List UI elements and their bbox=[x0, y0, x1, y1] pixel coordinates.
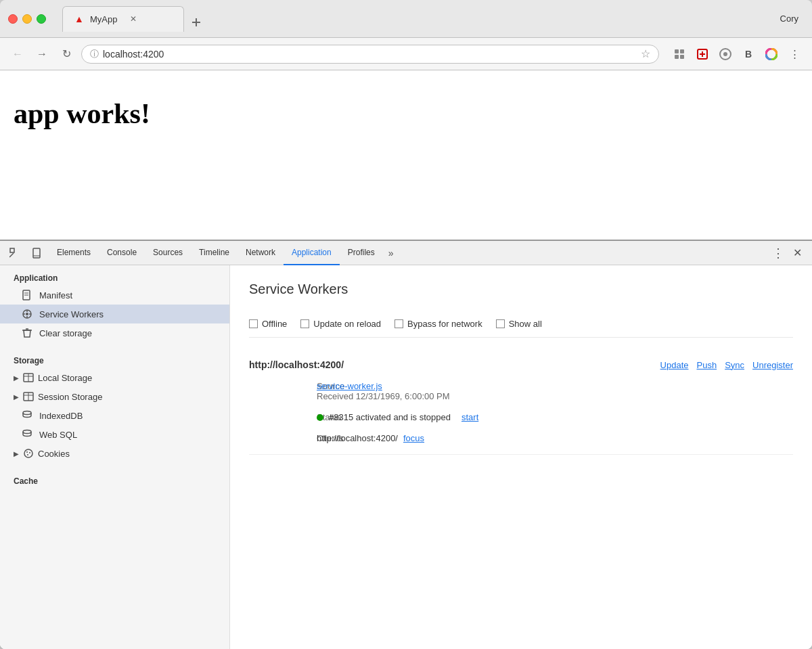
svg-rect-4 bbox=[675, 55, 679, 59]
address-bar[interactable]: ⓘ localhost:4200 ☆ bbox=[81, 45, 659, 64]
offline-checkbox-box[interactable] bbox=[249, 319, 258, 328]
devtools-tab-bar: Elements Console Sources Timeline Networ… bbox=[0, 241, 812, 265]
show-all-checkbox[interactable]: Show all bbox=[496, 319, 542, 329]
sw-source-row: Source service-worker.js Received 12/31/… bbox=[249, 378, 793, 404]
tab-sources[interactable]: Sources bbox=[145, 241, 191, 265]
tab-profiles[interactable]: Profiles bbox=[340, 241, 383, 265]
bypass-for-network-checkbox[interactable]: Bypass for network bbox=[394, 319, 482, 329]
checkbox-row: Offline Update on reload Bypass for netw… bbox=[249, 311, 793, 338]
local-storage-expand-icon: ▶ bbox=[14, 374, 19, 382]
sw-url: http://localhost:4200/ bbox=[249, 359, 344, 370]
more-menu-icon[interactable]: ⋮ bbox=[785, 45, 804, 64]
tab-favicon-icon: ▲ bbox=[74, 14, 85, 24]
sw-push-link[interactable]: Push bbox=[696, 360, 717, 370]
show-all-label: Show all bbox=[509, 319, 542, 329]
devtools-sidebar: Application Manifest Service Workers bbox=[0, 265, 230, 649]
bypass-for-network-checkbox-box[interactable] bbox=[394, 319, 403, 328]
sw-update-link[interactable]: Update bbox=[660, 360, 689, 370]
chrome-icon[interactable] bbox=[716, 45, 735, 64]
tab-application[interactable]: Application bbox=[284, 241, 340, 265]
reload-button[interactable]: ↻ bbox=[57, 45, 76, 64]
sidebar-item-local-storage[interactable]: ▶ Local Storage bbox=[0, 368, 229, 387]
tab-bar: ▲ MyApp ✕ bbox=[62, 6, 769, 32]
bookmark-star-icon[interactable]: ☆ bbox=[641, 47, 650, 60]
tabs-overflow-button[interactable]: » bbox=[383, 248, 399, 259]
tab-elements[interactable]: Elements bbox=[49, 241, 99, 265]
svg-rect-5 bbox=[680, 55, 684, 59]
tab-close-button[interactable]: ✕ bbox=[128, 14, 139, 24]
sw-status-value: #8315 activated and is stopped start bbox=[317, 412, 478, 422]
sw-source-received: Received 12/31/1969, 6:00:00 PM bbox=[317, 391, 450, 401]
web-sql-icon bbox=[22, 429, 32, 440]
offline-checkbox[interactable]: Offline bbox=[249, 319, 287, 329]
secure-icon: ⓘ bbox=[90, 48, 99, 60]
clear-storage-label: Clear storage bbox=[39, 328, 92, 338]
manifest-label: Manifest bbox=[39, 290, 72, 300]
sw-status-row: Status #8315 activated and is stopped st… bbox=[249, 409, 793, 425]
sw-clients-row: Clients http://localhost:4200/ focus bbox=[249, 430, 793, 446]
svg-rect-2 bbox=[675, 49, 679, 53]
maximize-button[interactable] bbox=[37, 14, 46, 24]
color-wheel-icon[interactable] bbox=[762, 45, 781, 64]
cookies-label: Cookies bbox=[38, 449, 70, 459]
sw-status-text: #8315 activated and is stopped bbox=[329, 412, 451, 422]
browser-tab[interactable]: ▲ MyApp ✕ bbox=[62, 6, 184, 32]
svg-point-35 bbox=[24, 449, 32, 457]
sidebar-item-session-storage[interactable]: ▶ Session Storage bbox=[0, 387, 229, 406]
title-bar: ▲ MyApp ✕ Cory bbox=[0, 0, 812, 38]
update-on-reload-checkbox-box[interactable] bbox=[300, 319, 309, 328]
status-label: Status bbox=[249, 412, 317, 422]
sidebar-section-storage: Storage bbox=[0, 348, 229, 368]
devtools-mobile-icon[interactable] bbox=[27, 244, 46, 263]
sidebar-item-manifest[interactable]: Manifest bbox=[0, 286, 229, 305]
svg-point-36 bbox=[26, 451, 28, 453]
service-workers-label: Service Workers bbox=[39, 309, 104, 319]
tab-title: MyApp bbox=[90, 14, 117, 24]
close-button[interactable] bbox=[8, 14, 18, 24]
forward-button[interactable]: → bbox=[32, 45, 51, 64]
sidebar-item-cookies[interactable]: ▶ Cookies bbox=[0, 444, 229, 463]
plus-icon[interactable] bbox=[693, 45, 712, 64]
svg-point-10 bbox=[723, 52, 727, 56]
svg-point-33 bbox=[23, 411, 31, 415]
tab-console[interactable]: Console bbox=[99, 241, 145, 265]
new-tab-button[interactable] bbox=[187, 13, 206, 32]
sw-focus-link[interactable]: focus bbox=[403, 433, 424, 443]
sidebar-item-web-sql[interactable]: Web SQL bbox=[0, 425, 229, 444]
sw-source-file-link[interactable]: service-worker.js bbox=[317, 381, 382, 391]
cookies-expand-icon: ▶ bbox=[14, 450, 19, 457]
status-dot-icon bbox=[317, 414, 323, 421]
clients-label: Clients bbox=[249, 433, 317, 443]
sidebar-item-service-workers[interactable]: Service Workers bbox=[0, 305, 229, 323]
minimize-button[interactable] bbox=[22, 14, 32, 24]
indexeddb-icon bbox=[22, 410, 32, 421]
sw-start-link[interactable]: start bbox=[461, 412, 478, 422]
sidebar-item-indexeddb[interactable]: IndexedDB bbox=[0, 406, 229, 425]
devtools-close-button[interactable]: ✕ bbox=[788, 244, 807, 263]
sidebar-item-clear-storage[interactable]: Clear storage bbox=[0, 323, 229, 342]
browser-window: ▲ MyApp ✕ Cory ← → ↻ ⓘ localhost:4200 ☆ bbox=[0, 0, 812, 649]
session-storage-icon bbox=[23, 391, 34, 402]
sw-unregister-link[interactable]: Unregister bbox=[752, 360, 793, 370]
tab-timeline[interactable]: Timeline bbox=[191, 241, 238, 265]
page-area: app works! Elements bbox=[0, 70, 812, 649]
source-label: Source bbox=[249, 381, 317, 391]
back-button[interactable]: ← bbox=[8, 45, 27, 64]
extensions-icon[interactable] bbox=[670, 45, 689, 64]
tab-network[interactable]: Network bbox=[238, 241, 284, 265]
sw-clients-value: http://localhost:4200/ focus bbox=[317, 433, 424, 443]
svg-point-20 bbox=[26, 313, 28, 315]
show-all-checkbox-box[interactable] bbox=[496, 319, 505, 328]
svg-line-13 bbox=[9, 253, 14, 257]
sw-sync-link[interactable]: Sync bbox=[725, 360, 744, 370]
devtools-more-button[interactable]: ⋮ bbox=[769, 244, 788, 263]
update-on-reload-label: Update on reload bbox=[313, 319, 381, 329]
bold-icon[interactable]: B bbox=[739, 45, 758, 64]
devtools-inspect-icon[interactable] bbox=[5, 244, 24, 263]
user-profile[interactable]: Cory bbox=[775, 11, 804, 26]
update-on-reload-checkbox[interactable]: Update on reload bbox=[300, 319, 381, 329]
cookies-icon bbox=[23, 448, 34, 459]
svg-rect-14 bbox=[33, 248, 40, 258]
manifest-icon bbox=[22, 290, 32, 300]
svg-point-37 bbox=[29, 452, 30, 453]
